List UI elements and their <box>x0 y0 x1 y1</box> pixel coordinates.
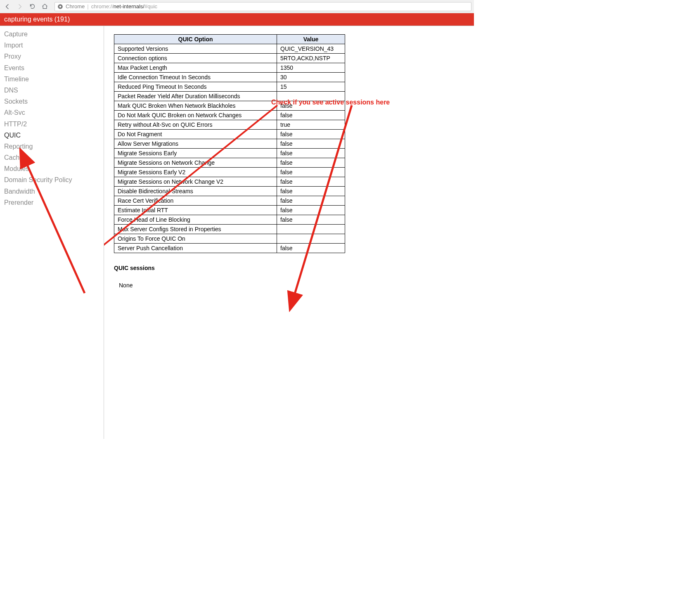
table-row: Retry without Alt-Svc on QUIC Errorstrue <box>114 120 345 130</box>
option-cell: Allow Server Migrations <box>114 139 277 149</box>
value-cell: false <box>277 158 345 168</box>
option-cell: Retry without Alt-Svc on QUIC Errors <box>114 120 277 130</box>
option-cell: Migrate Sessions Early <box>114 149 277 158</box>
value-cell: QUIC_VERSION_43 <box>277 44 345 54</box>
option-cell: Do Not Mark QUIC Broken on Network Chang… <box>114 111 277 120</box>
value-cell: false <box>277 177 345 187</box>
option-cell: Disable Bidirectional Streams <box>114 187 277 196</box>
value-cell: false <box>277 206 345 215</box>
table-row: Supported VersionsQUIC_VERSION_43 <box>114 44 345 54</box>
value-cell <box>277 225 345 234</box>
sidebar-item-proxy[interactable]: Proxy <box>4 51 99 62</box>
value-cell: false <box>277 187 345 196</box>
sidebar-item-import[interactable]: Import <box>4 40 99 51</box>
option-cell: Supported Versions <box>114 44 277 54</box>
reload-button[interactable] <box>27 2 37 12</box>
url-browser-label: Chrome <box>66 3 85 9</box>
option-cell: Do Not Fragment <box>114 130 277 139</box>
quic-options-table: QUIC Option Value Supported VersionsQUIC… <box>114 34 345 253</box>
value-cell: false <box>277 130 345 139</box>
value-cell <box>277 234 345 244</box>
sidebar-item-reporting[interactable]: Reporting <box>4 141 99 152</box>
table-row: Estimate Initial RTTfalse <box>114 206 345 215</box>
home-button[interactable] <box>40 2 50 12</box>
value-cell: false <box>277 149 345 158</box>
quic-sessions-heading: QUIC sessions <box>114 265 464 271</box>
th-value: Value <box>277 35 345 44</box>
value-cell: false <box>277 196 345 206</box>
th-option: QUIC Option <box>114 35 277 44</box>
option-cell: Race Cert Verification <box>114 196 277 206</box>
option-cell: Reduced Ping Timeout In Seconds <box>114 82 277 92</box>
value-cell: false <box>277 139 345 149</box>
url-hash: #quic <box>144 3 157 9</box>
sidebar-item-sockets[interactable]: Sockets <box>4 96 99 107</box>
forward-button[interactable] <box>15 2 25 12</box>
table-row: Race Cert Verificationfalse <box>114 196 345 206</box>
sidebar-item-prerender[interactable]: Prerender <box>4 197 99 208</box>
table-row: Idle Connection Timeout In Seconds30 <box>114 73 345 82</box>
option-cell: Server Push Cancellation <box>114 244 277 253</box>
sidebar-item-cache[interactable]: Cache <box>4 152 99 163</box>
table-row: Allow Server Migrationsfalse <box>114 139 345 149</box>
option-cell: Migrate Sessions on Network Change V2 <box>114 177 277 187</box>
sidebar-item-capture[interactable]: Capture <box>4 28 99 40</box>
table-row: Do Not Mark QUIC Broken on Network Chang… <box>114 111 345 120</box>
table-row: Force Head of Line Blockingfalse <box>114 215 345 225</box>
table-row: Migrate Sessions Early V2false <box>114 168 345 177</box>
sidebar: CaptureImportProxyEventsTimelineDNSSocke… <box>0 26 104 439</box>
main-content: QUIC Option Value Supported VersionsQUIC… <box>104 26 474 439</box>
option-cell: Migrate Sessions Early V2 <box>114 168 277 177</box>
sidebar-item-alt-svc[interactable]: Alt-Svc <box>4 107 99 118</box>
sidebar-item-events[interactable]: Events <box>4 62 99 73</box>
sidebar-item-quic[interactable]: QUIC <box>4 130 99 141</box>
table-row: Migrate Sessions on Network Changefalse <box>114 158 345 168</box>
table-row: Disable Bidirectional Streamsfalse <box>114 187 345 196</box>
svg-point-1 <box>59 5 62 7</box>
sidebar-item-modules[interactable]: Modules <box>4 163 99 174</box>
sidebar-item-dns[interactable]: DNS <box>4 85 99 96</box>
table-row: Packet Reader Yield After Duration Milli… <box>114 92 345 101</box>
table-row: Mark QUIC Broken When Network Blackholes… <box>114 101 345 111</box>
quic-sessions-content: None <box>119 282 464 289</box>
table-row: Do Not Fragmentfalse <box>114 130 345 139</box>
value-cell: 1350 <box>277 63 345 73</box>
sidebar-item-domain-security-policy[interactable]: Domain Security Policy <box>4 174 99 185</box>
sidebar-item-bandwidth[interactable]: Bandwidth <box>4 186 99 197</box>
table-row: Max Server Configs Stored in Properties <box>114 225 345 234</box>
table-row: Reduced Ping Timeout In Seconds15 <box>114 82 345 92</box>
back-button[interactable] <box>2 2 12 12</box>
browser-toolbar: Chrome | chrome://net-internals/#quic <box>0 0 474 13</box>
option-cell: Force Head of Line Blocking <box>114 215 277 225</box>
option-cell: Origins To Force QUIC On <box>114 234 277 244</box>
table-row: Connection options5RTO,ACKD,NSTP <box>114 54 345 63</box>
value-cell: false <box>277 168 345 177</box>
table-row: Migrate Sessions Earlyfalse <box>114 149 345 158</box>
sidebar-item-http-2[interactable]: HTTP/2 <box>4 118 99 130</box>
option-cell: Connection options <box>114 54 277 63</box>
url-scheme: chrome:// <box>91 3 114 9</box>
url-path: net-internals/ <box>114 3 144 9</box>
value-cell: 30 <box>277 73 345 82</box>
value-cell: true <box>277 120 345 130</box>
chrome-icon <box>57 4 63 9</box>
value-cell: false <box>277 244 345 253</box>
capturing-events-header: capturing events (191) <box>0 13 474 26</box>
value-cell: 5RTO,ACKD,NSTP <box>277 54 345 63</box>
url-separator: | <box>87 3 88 9</box>
option-cell: Migrate Sessions on Network Change <box>114 158 277 168</box>
table-row: Server Push Cancellationfalse <box>114 244 345 253</box>
option-cell: Idle Connection Timeout In Seconds <box>114 73 277 82</box>
value-cell <box>277 92 345 101</box>
sidebar-item-timeline[interactable]: Timeline <box>4 73 99 85</box>
option-cell: Packet Reader Yield After Duration Milli… <box>114 92 277 101</box>
table-row: Max Packet Length1350 <box>114 63 345 73</box>
option-cell: Estimate Initial RTT <box>114 206 277 215</box>
table-row: Migrate Sessions on Network Change V2fal… <box>114 177 345 187</box>
value-cell: false <box>277 111 345 120</box>
value-cell: false <box>277 215 345 225</box>
table-row: Origins To Force QUIC On <box>114 234 345 244</box>
option-cell: Max Server Configs Stored in Properties <box>114 225 277 234</box>
url-bar[interactable]: Chrome | chrome://net-internals/#quic <box>54 2 471 11</box>
value-cell: 15 <box>277 82 345 92</box>
